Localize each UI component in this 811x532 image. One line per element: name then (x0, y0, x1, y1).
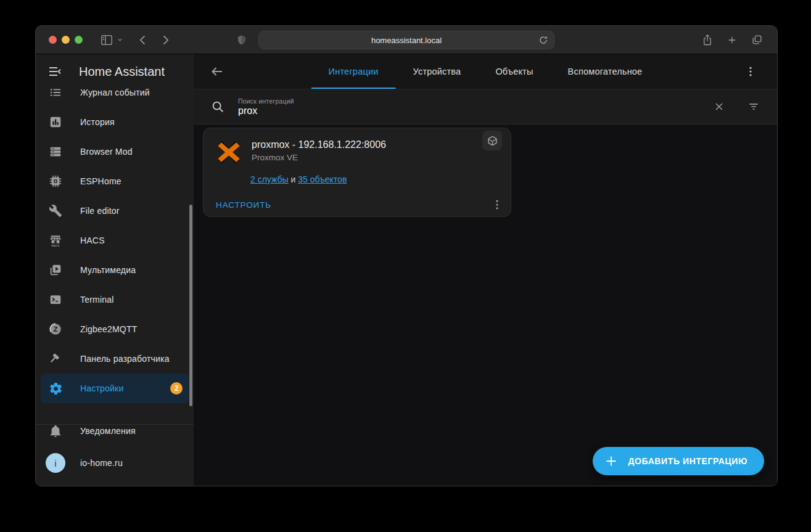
add-integration-label: ДОБАВИТЬ ИНТЕГРАЦИЮ (628, 456, 747, 466)
filter-icon[interactable] (747, 100, 760, 113)
integration-card-proxmox: proxmox - 192.168.1.222:8006 Proxmox VE … (203, 128, 511, 217)
sidebar-item-label: Terminal (80, 295, 114, 305)
sidebar-item-media[interactable]: Мультимедиа (36, 255, 194, 285)
titlebar-right-actions (702, 34, 763, 46)
sidebar-item-esphome[interactable]: ESPHome (36, 166, 194, 196)
proxmox-logo (216, 139, 242, 165)
package-icon[interactable] (482, 131, 502, 150)
search-icon (211, 100, 224, 113)
sidebar-scrollbar[interactable] (189, 205, 192, 406)
sidebar-item-label: История (80, 117, 115, 127)
sidebar-item-terminal[interactable]: Terminal (36, 285, 194, 314)
tab-devices[interactable]: Устройства (396, 54, 479, 89)
developer-hammer-icon (48, 352, 63, 366)
address-bar-url: homeassistant.local (371, 36, 442, 45)
sidebar-item-label: Мультимедиа (80, 265, 136, 275)
settings-gear-icon (48, 382, 63, 396)
sidebar-item-label: Настройки (80, 383, 123, 393)
zoom-window-button[interactable] (75, 36, 83, 44)
new-tab-icon[interactable] (727, 35, 738, 46)
sidebar-item-browser-mod[interactable]: Browser Mod (36, 137, 194, 166)
sidebar-item-zigbee2mqtt[interactable]: Z Zigbee2MQTT (36, 314, 194, 344)
integrations-content: proxmox - 192.168.1.222:8006 Proxmox VE … (194, 125, 777, 486)
sidebar-item-label: Browser Mod (80, 147, 133, 157)
plus-icon (604, 454, 619, 469)
address-bar[interactable]: homeassistant.local (258, 31, 554, 49)
share-icon[interactable] (702, 34, 713, 46)
event-list-icon (48, 89, 63, 99)
svg-text:HACS: HACS (51, 244, 59, 247)
search-input-value: prox (238, 105, 294, 117)
browser-forward-button[interactable] (159, 34, 171, 46)
shield-icon (236, 34, 247, 46)
browser-mod-server-icon (48, 145, 63, 158)
search-input-label: Поиск интеграций (238, 97, 294, 105)
main-panel: Интеграции Устройства Объекты Вспомогате… (194, 54, 777, 486)
tab-integrations[interactable]: Интеграции (311, 54, 396, 89)
sidebar-menu: Журнал событий История Browser Mod ESPHo… (36, 89, 194, 424)
sidebar-item-label: HACS (80, 235, 105, 245)
chevron-down-icon[interactable] (117, 36, 123, 43)
card-main-row: proxmox - 192.168.1.222:8006 Proxmox VE (204, 128, 511, 165)
svg-text:Z: Z (54, 325, 58, 333)
media-play-icon (48, 263, 63, 277)
sidebar-item-hacs[interactable]: HACS HACS (36, 226, 194, 255)
conjunction-text: и (291, 174, 296, 184)
terminal-icon (48, 293, 63, 306)
minimize-window-button[interactable] (62, 36, 70, 44)
integration-type: Proxmox VE (252, 153, 386, 162)
sidebar-item-developer-tools[interactable]: Панель разработчика (36, 344, 194, 374)
reload-icon[interactable] (538, 35, 548, 45)
sidebar-item-label: Журнал событий (80, 89, 150, 97)
user-avatar: i (46, 453, 65, 473)
card-overflow-menu-icon[interactable] (491, 198, 503, 211)
sidebar-item-settings[interactable]: Настройки 2 (41, 374, 189, 403)
integration-name: proxmox - 192.168.1.222:8006 (252, 139, 386, 150)
sidebar-item-logbook[interactable]: Журнал событий (36, 89, 194, 107)
sidebar-item-label: Панель разработчика (80, 354, 170, 364)
sidebar-item-label: File editor (80, 206, 120, 216)
search-input[interactable]: Поиск интеграций prox (238, 97, 294, 117)
user-name: io-home.ru (80, 458, 123, 468)
card-actions: НАСТРОИТЬ (204, 198, 511, 211)
browser-titlebar: homeassistant.local (36, 26, 777, 54)
menu-open-icon[interactable] (47, 64, 62, 79)
sidebar-item-label: Уведомления (80, 426, 136, 436)
header-overflow-menu-icon[interactable] (744, 65, 757, 78)
hacs-store-icon: HACS (48, 234, 63, 247)
sidebar-item-notifications[interactable]: Уведомления (36, 416, 194, 446)
add-integration-button[interactable]: ДОБАВИТЬ ИНТЕГРАЦИЮ (593, 447, 764, 475)
file-editor-wrench-icon (48, 204, 63, 218)
browser-back-button[interactable] (137, 34, 149, 46)
close-window-button[interactable] (49, 36, 57, 44)
sidebar-item-file-editor[interactable]: File editor (36, 196, 194, 226)
zigbee2mqtt-icon: Z (48, 322, 63, 336)
sidebar-item-user[interactable]: i io-home.ru (36, 446, 194, 480)
card-text: proxmox - 192.168.1.222:8006 Proxmox VE (252, 139, 386, 165)
settings-badge: 2 (170, 382, 183, 395)
header-tabs: Интеграции Устройства Объекты Вспомогате… (311, 54, 660, 89)
configure-button[interactable]: НАСТРОИТЬ (216, 200, 271, 210)
card-links: 2 службы и 35 объектов (250, 174, 511, 184)
page-header: Интеграции Устройства Объекты Вспомогате… (194, 54, 777, 89)
sidebar-header: Home Assistant (36, 54, 194, 89)
bell-icon (48, 424, 63, 438)
clear-search-icon[interactable] (713, 100, 725, 113)
browser-window: homeassistant.local Home Ass (35, 25, 778, 486)
entities-link[interactable]: 35 объектов (298, 174, 347, 184)
app-title: Home Assistant (79, 65, 165, 79)
search-bar: Поиск интеграций prox (194, 89, 777, 125)
tab-entities[interactable]: Объекты (478, 54, 550, 89)
sidebar-bottom: Уведомления i io-home.ru (36, 425, 194, 486)
window-controls (49, 36, 83, 44)
tab-overview-icon[interactable] (751, 34, 763, 46)
sidebar-item-history[interactable]: История (36, 107, 194, 137)
browser-sidebar-toggle-icon[interactable] (101, 35, 113, 46)
esphome-chip-icon (48, 174, 63, 188)
sidebar: Home Assistant Журнал событий История Br… (36, 54, 194, 486)
services-link[interactable]: 2 службы (250, 174, 289, 184)
search-actions (713, 100, 760, 113)
back-arrow-icon[interactable] (210, 64, 224, 79)
sidebar-item-label: ESPHome (80, 176, 121, 186)
tab-helpers[interactable]: Вспомогательное (551, 54, 660, 89)
